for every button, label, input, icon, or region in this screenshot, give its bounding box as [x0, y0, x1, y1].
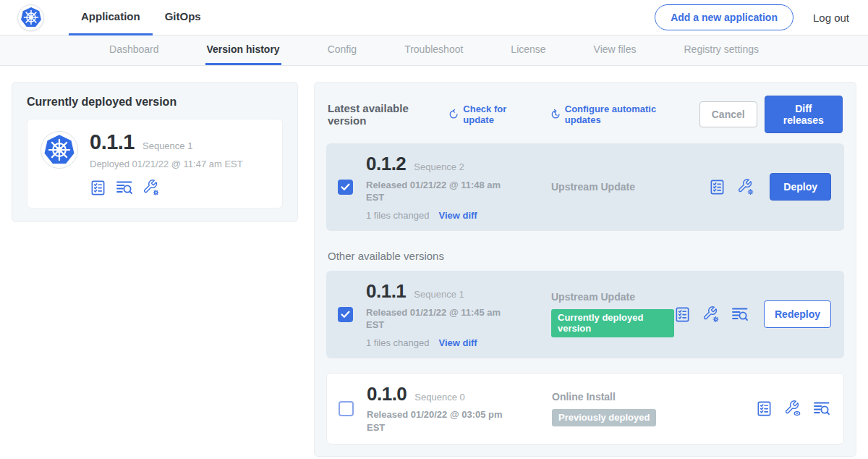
diff-icon[interactable] [116, 179, 133, 196]
version-card-0-1-1: 0.1.1 Sequence 1 Released 01/21/22 @ 11:… [326, 271, 844, 358]
released-timestamp: Released 01/20/22 @ 03:05 pm EST [367, 408, 515, 433]
deploy-button[interactable]: Deploy [770, 173, 831, 201]
version-source-label: Upstream Update [551, 181, 709, 193]
version-info: 0.1.1 Sequence 1 Released 01/21/22 @ 11:… [366, 281, 521, 348]
subnav-item-view-files[interactable]: View files [592, 35, 638, 65]
check-for-update-link[interactable]: Check for update [448, 104, 531, 125]
version-actions [756, 400, 832, 417]
app-subnav: Dashboard Version history Config Trouble… [0, 35, 868, 66]
checkmark-icon [341, 311, 350, 319]
view-diff-link[interactable]: View diff [438, 210, 477, 221]
version-source-column: Upstream Update [551, 181, 709, 193]
deployed-card-actions [90, 179, 243, 196]
tab-application-label: Application [81, 10, 140, 22]
tab-gitops[interactable]: GitOps [153, 0, 213, 35]
sequence-label: Sequence 2 [414, 161, 464, 172]
currently-deployed-panel: Currently deployed version 0.1.1 Sequenc… [12, 82, 298, 222]
tab-application[interactable]: Application [69, 0, 153, 35]
redeploy-button[interactable]: Redeploy [764, 300, 831, 328]
view-diff-link[interactable]: View diff [438, 337, 477, 348]
version-source-label: Upstream Update [551, 291, 674, 303]
version-checkbox[interactable] [338, 180, 353, 195]
view-config-icon[interactable] [784, 400, 801, 417]
version-card-0-1-0: 0.1.0 Sequence 0 Released 01/20/22 @ 03:… [326, 373, 844, 445]
version-number: 0.1.2 [366, 153, 406, 174]
version-actions: Redeploy [674, 300, 833, 328]
diff-releases-button[interactable]: Diff releases [765, 96, 843, 133]
edit-config-icon[interactable] [142, 179, 160, 196]
diff-icon[interactable] [731, 306, 749, 323]
app-logo [17, 4, 44, 31]
other-available-versions-title: Other available versions [328, 250, 843, 262]
deployed-version-number: 0.1.1 [90, 131, 135, 153]
top-tabs: Application GitOps [69, 0, 213, 35]
sequence-label: Sequence 1 [414, 289, 464, 300]
top-bar: Application GitOps Add a new application… [0, 0, 868, 35]
subnav-item-config[interactable]: Config [326, 35, 358, 65]
kubernetes-logo-icon [43, 134, 75, 166]
edit-config-icon[interactable] [737, 178, 754, 195]
add-application-button[interactable]: Add a new application [655, 4, 793, 30]
version-info: 0.1.0 Sequence 0 Released 01/20/22 @ 03:… [367, 384, 522, 434]
edit-config-icon[interactable] [702, 306, 720, 323]
logout-button[interactable]: Log out [813, 12, 849, 24]
release-notes-icon[interactable] [674, 306, 691, 323]
tab-gitops-label: GitOps [165, 10, 201, 22]
checkmark-icon [341, 183, 350, 191]
kubernetes-logo-icon [20, 7, 42, 28]
version-source-label: Online Install [552, 391, 756, 403]
cancel-button[interactable]: Cancel [699, 101, 757, 127]
released-timestamp: Released 01/21/22 @ 11:45 am EST [366, 306, 514, 331]
configure-automatic-updates-label: Configure automatic updates [565, 104, 681, 125]
app-icon-circle [41, 131, 78, 169]
release-notes-icon[interactable] [756, 400, 773, 417]
refresh-icon [448, 109, 459, 120]
deployed-version-card: 0.1.1 Sequence 1 Deployed 01/21/22 @ 11:… [27, 119, 283, 209]
sequence-label: Sequence 0 [414, 392, 464, 403]
version-number: 0.1.1 [366, 281, 406, 302]
configure-automatic-updates-link[interactable]: Configure automatic updates [550, 104, 681, 125]
released-timestamp: Released 01/21/22 @ 11:48 am EST [366, 179, 514, 203]
subnav-item-registry-settings[interactable]: Registry settings [683, 35, 760, 65]
version-source-column: Online Install Previously deployed [552, 391, 756, 426]
schedule-update-icon [550, 109, 561, 120]
deployed-timestamp: Deployed 01/21/22 @ 11:47 am EST [90, 159, 243, 169]
main-content: Currently deployed version 0.1.1 Sequenc… [0, 66, 868, 457]
version-actions: Deploy [709, 173, 833, 201]
subnav-item-dashboard[interactable]: Dashboard [108, 35, 161, 65]
subnav-item-version-history[interactable]: Version history [205, 35, 281, 65]
currently-deployed-title: Currently deployed version [27, 96, 283, 109]
version-checkbox[interactable] [338, 307, 353, 322]
subnav-item-troubleshoot[interactable]: Troubleshoot [403, 35, 464, 65]
release-notes-icon[interactable] [709, 179, 726, 195]
version-info: 0.1.2 Sequence 2 Released 01/21/22 @ 11:… [366, 153, 521, 221]
files-changed-label: 1 files changed [366, 210, 429, 221]
version-checkbox[interactable] [339, 401, 354, 416]
subnav-item-license[interactable]: License [509, 35, 547, 65]
version-card-0-1-2: 0.1.2 Sequence 2 Released 01/21/22 @ 11:… [326, 143, 844, 231]
latest-available-title: Latest available version [328, 102, 437, 127]
diff-icon[interactable] [813, 400, 830, 417]
version-number: 0.1.0 [367, 384, 407, 405]
previously-deployed-badge: Previously deployed [552, 409, 656, 426]
deployed-sequence-label: Sequence 1 [142, 140, 192, 151]
deployed-version-info: 0.1.1 Sequence 1 Deployed 01/21/22 @ 11:… [90, 131, 243, 196]
available-versions-header: Latest available version Check for updat… [328, 96, 843, 133]
release-notes-icon[interactable] [90, 180, 106, 196]
version-source-column: Upstream Update Currently deployed versi… [551, 291, 674, 337]
available-versions-panel: Latest available version Check for updat… [314, 82, 856, 457]
currently-deployed-badge: Currently deployed version [551, 309, 674, 337]
files-changed-label: 1 files changed [366, 337, 429, 348]
check-for-update-label: Check for update [463, 104, 531, 125]
